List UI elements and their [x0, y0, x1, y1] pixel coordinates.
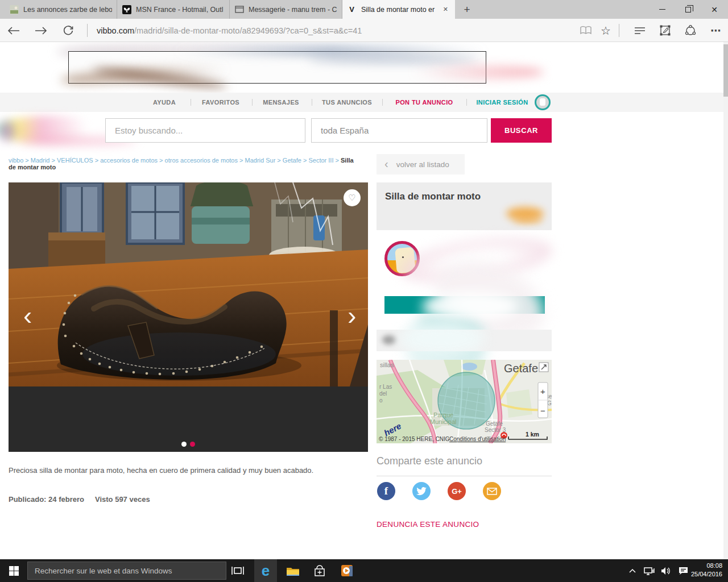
tab-title: Silla de montar moto er [361, 6, 436, 14]
breadcrumb-link[interactable]: Madrid Sur [245, 157, 276, 164]
more-button[interactable]: ⋯ [703, 19, 728, 42]
clock-time: 08:08 [682, 562, 722, 570]
breadcrumb-link[interactable]: otros accesorios de motos [165, 157, 238, 164]
breadcrumb-separator: > [93, 157, 101, 164]
map-label: r Las [379, 384, 392, 390]
back-button[interactable] [1, 19, 26, 42]
map-terms-link[interactable]: Conditions d'utilisation [449, 436, 506, 442]
nav-ayuda[interactable]: AYUDA [153, 99, 176, 106]
favorite-star-button[interactable]: ☆ [593, 19, 618, 42]
browser-tab-active-silla[interactable]: V Silla de montar moto er ✕ [342, 0, 455, 19]
browser-tab-messagerie[interactable]: Messagerie - manu trem - C [230, 0, 342, 19]
envelope-icon [487, 488, 497, 495]
breadcrumb-link[interactable]: accesorios de motos [100, 157, 158, 164]
hub-button[interactable] [627, 19, 652, 42]
location-row [377, 330, 552, 351]
mail-favicon [234, 5, 244, 14]
share-twitter-button[interactable] [412, 482, 431, 500]
share-email-button[interactable] [483, 482, 501, 500]
file-explorer-icon[interactable] [282, 559, 304, 582]
chevron-left-icon: ‹ [384, 157, 388, 171]
close-window-button[interactable]: ✕ [701, 0, 727, 19]
contact-button[interactable] [384, 296, 545, 314]
nav-mensajes[interactable]: MENSAJES [263, 99, 299, 106]
nav-tus-anuncios[interactable]: TUS ANUNCIOS [322, 99, 372, 106]
listing-title-box: Silla de montar moto [377, 182, 552, 230]
clock-date: 25/04/2016 [682, 570, 722, 579]
share-heading: Comparte este anuncio [377, 455, 552, 467]
map-park-label2: Municipal [430, 418, 456, 425]
price-blurred [506, 207, 544, 221]
share-button[interactable] [678, 19, 703, 42]
zoom-out-button[interactable]: − [540, 406, 545, 415]
location-input[interactable] [311, 118, 487, 143]
prev-photo-arrow[interactable]: ‹ [23, 304, 32, 327]
media-player-icon[interactable] [336, 559, 358, 582]
url-domain: vibbo.com [97, 26, 134, 35]
back-to-list-link[interactable]: ‹ volver al listado [377, 154, 465, 174]
share-googleplus-button[interactable]: G+ [448, 482, 466, 500]
scrollbar-thumb[interactable] [723, 44, 728, 97]
vibbo-logo[interactable] [0, 116, 104, 143]
nav-favoritos[interactable]: FAVORITOS [202, 99, 239, 106]
ad-banner[interactable] [68, 51, 486, 84]
seller-avatar[interactable] [384, 241, 420, 276]
windows-store-icon[interactable] [308, 559, 331, 582]
nav-iniciar-sesion[interactable]: INICIAR SESIÓN [476, 99, 528, 106]
edge-taskbar-icon[interactable]: e [254, 559, 277, 582]
start-button[interactable] [0, 559, 27, 582]
listing-photo [9, 182, 368, 386]
divider [252, 99, 253, 106]
search-submit-button[interactable]: BUSCAR [491, 118, 552, 143]
breadcrumb-link[interactable]: Madrid [31, 157, 50, 164]
breadcrumb: vibbo > Madrid > VEHÍCULOS > accesorios … [9, 157, 361, 171]
close-tab-icon[interactable]: ✕ [441, 5, 450, 14]
restore-button[interactable] [675, 0, 701, 19]
taskbar-clock[interactable]: 08:08 25/04/2016 [682, 562, 722, 579]
map-label: del [379, 390, 387, 397]
twitter-bird-icon [416, 487, 427, 496]
refresh-button[interactable] [56, 19, 81, 42]
breadcrumb-link[interactable]: VEHÍCULOS [57, 157, 93, 164]
breadcrumb-link[interactable]: Getafe [283, 157, 301, 164]
user-avatar-icon[interactable] [535, 94, 551, 110]
forward-button[interactable] [28, 19, 53, 42]
back-to-list-label: volver al listado [396, 160, 449, 169]
new-tab-button[interactable]: + [458, 0, 475, 19]
network-icon[interactable] [640, 559, 657, 582]
volume-icon[interactable] [657, 559, 675, 582]
report-ad-link[interactable]: DENUNCIA ESTE ANUNCIO [377, 520, 479, 529]
carousel-dot-1[interactable] [181, 442, 187, 447]
url-field[interactable]: vibbo.com/madrid/silla-de-montar-moto/a8… [97, 19, 362, 42]
breadcrumb-link[interactable]: vibbo [9, 157, 23, 164]
browser-tab-msn[interactable]: MSN France - Hotmail, Outl [117, 0, 230, 19]
next-photo-arrow[interactable]: › [348, 304, 356, 327]
carousel-dot-2[interactable] [190, 442, 195, 447]
zoom-in-button[interactable]: + [540, 386, 545, 396]
page-scrollbar[interactable] [723, 42, 728, 559]
breadcrumb-link[interactable]: Sector III [308, 157, 333, 164]
vibbo-page: AYUDA FAVORITOS MENSAJES TUS ANUNCIOS PO… [0, 42, 723, 559]
tray-chevron-icon[interactable] [624, 559, 640, 582]
breadcrumb-separator: > [158, 157, 165, 164]
location-map[interactable]: sillas r Las del o se G Getafe Parque Mu… [377, 360, 552, 443]
breadcrumb-separator: > [49, 157, 57, 164]
task-view-button[interactable] [226, 559, 249, 582]
divider [382, 99, 383, 106]
map-attribution: © 1987 - 2015 HERE, CNIG [379, 436, 450, 442]
browser-tab-annonces[interactable]: Les annonces zarbe de lebo [5, 0, 117, 19]
map-city-label: Getafe [504, 362, 538, 375]
divider [619, 24, 619, 37]
site-nav: AYUDA FAVORITOS MENSAJES TUS ANUNCIOS PO… [0, 93, 723, 112]
gplus-icon: G+ [452, 487, 462, 496]
taskbar-search-input[interactable] [27, 562, 226, 580]
nav-pon-tu-anuncio[interactable]: PON TU ANUNCIO [395, 99, 453, 106]
minimize-button[interactable] [649, 0, 675, 19]
vibbo-favicon: V [347, 5, 357, 14]
listing-meta: Publicado: 24 febrero Visto 597 veces [9, 495, 84, 504]
map-park-label: Parque [433, 411, 453, 418]
web-note-button[interactable] [652, 19, 677, 42]
share-facebook-button[interactable]: f [377, 482, 395, 500]
favorite-heart-button[interactable]: ♡ [344, 189, 361, 206]
search-input[interactable] [105, 118, 305, 143]
